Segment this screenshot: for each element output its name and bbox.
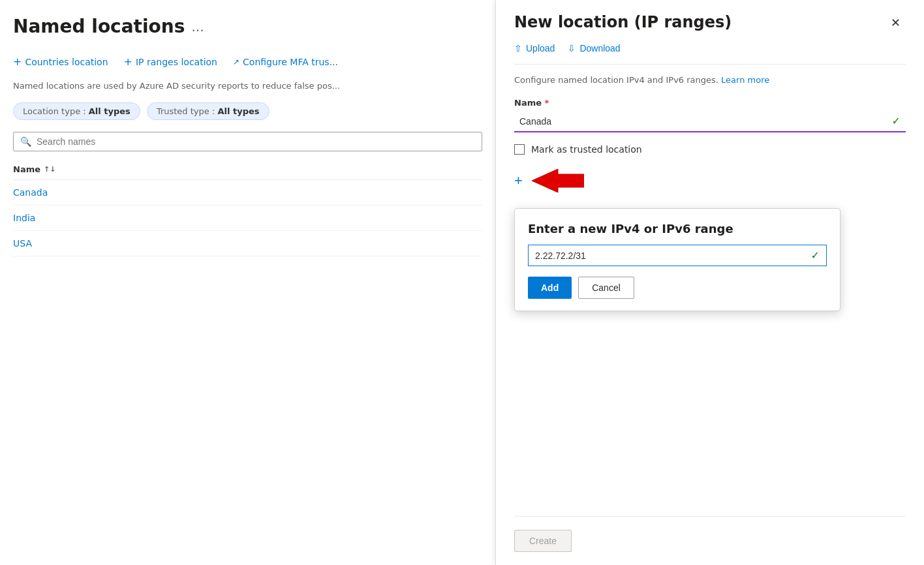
name-required-star: * [545,98,549,108]
location-type-value: All types [89,106,131,116]
ip-range-input[interactable] [535,251,806,261]
countries-location-link[interactable]: + Countries location [13,55,108,68]
row-name-india: India [13,213,482,223]
panel-title: New location (IP ranges) [514,13,732,31]
action-bar: + Countries location + IP ranges locatio… [13,55,482,68]
popup-input-wrapper: ✓ [528,245,827,266]
search-icon: 🔍 [20,136,31,147]
name-form-group: Name * ✓ [514,98,906,132]
page-title-ellipsis[interactable]: ... [191,19,204,35]
svg-marker-0 [532,169,584,192]
configure-mfa-label: Configure MFA trus... [243,57,338,67]
name-input-wrapper: ✓ [514,111,906,132]
right-panel: New location (IP ranges) ✕ ⇧ Upload ⇩ Do… [496,0,924,565]
download-button[interactable]: ⇩ Download [568,43,620,53]
name-input[interactable] [519,116,887,127]
table-row[interactable]: Canada [13,180,482,206]
learn-more-link[interactable]: Learn more [721,75,769,85]
row-name-usa: USA [13,238,482,249]
left-panel: Named locations ... + Countries location… [0,0,496,565]
search-input[interactable] [37,136,475,147]
table-row[interactable]: USA [13,231,482,256]
download-label: Download [579,43,620,53]
name-column-header[interactable]: Name ↑↓ [13,164,482,174]
description-text: Named locations are used by Azure AD sec… [13,81,482,91]
plus-icon-countries: + [13,55,22,68]
sort-icon: ↑↓ [44,165,55,174]
page-title-row: Named locations ... [13,16,482,37]
filter-bar: Location type : All types Trusted type :… [13,102,482,120]
popup-buttons: Add Cancel [528,277,827,299]
panel-actions: ⇧ Upload ⇩ Download [514,43,906,65]
external-link-icon: ↗ [233,57,239,67]
table-row[interactable]: India [13,206,482,231]
trusted-location-label: Mark as trusted location [531,144,642,155]
upload-label: Upload [526,43,555,53]
upload-button[interactable]: ⇧ Upload [514,43,555,53]
search-bar: 🔍 [13,132,482,151]
close-button[interactable]: ✕ [886,13,906,33]
create-button[interactable]: Create [514,530,572,552]
page-title: Named locations [13,16,185,37]
add-range-button[interactable]: + [514,174,523,188]
panel-description: Configure named location IPv4 and IPv6 r… [514,75,906,85]
add-range-row: + [514,169,906,192]
panel-footer: Create [514,516,906,552]
trusted-type-filter[interactable]: Trusted type : All types [147,102,270,120]
plus-icon-ip-ranges: + [124,55,132,68]
panel-header: New location (IP ranges) ✕ [514,13,906,33]
trusted-location-row: Mark as trusted location [514,144,906,155]
name-label: Name * [514,98,906,108]
table-header: Name ↑↓ [13,159,482,180]
ip-range-valid-icon: ✓ [811,249,820,262]
trusted-location-checkbox[interactable] [514,144,525,155]
add-button[interactable]: Add [528,277,572,299]
ip-range-popup: Enter a new IPv4 or IPv6 range ✓ Add Can… [514,208,840,311]
trusted-type-value: All types [217,106,259,116]
red-arrow-icon [532,169,584,192]
popup-title: Enter a new IPv4 or IPv6 range [528,222,827,236]
download-icon: ⇩ [568,43,576,53]
configure-mfa-link[interactable]: ↗ Configure MFA trus... [233,57,338,67]
countries-location-label: Countries location [25,57,108,67]
row-name-canada: Canada [13,187,482,198]
ip-ranges-location-label: IP ranges location [136,57,217,67]
name-valid-icon: ✓ [892,115,901,127]
location-type-filter[interactable]: Location type : All types [13,102,140,120]
upload-icon: ⇧ [514,43,522,53]
ip-ranges-location-link[interactable]: + IP ranges location [124,55,217,68]
trusted-type-label: Trusted type : [157,106,218,116]
location-type-label: Location type : [23,106,89,116]
cancel-button[interactable]: Cancel [578,277,634,299]
